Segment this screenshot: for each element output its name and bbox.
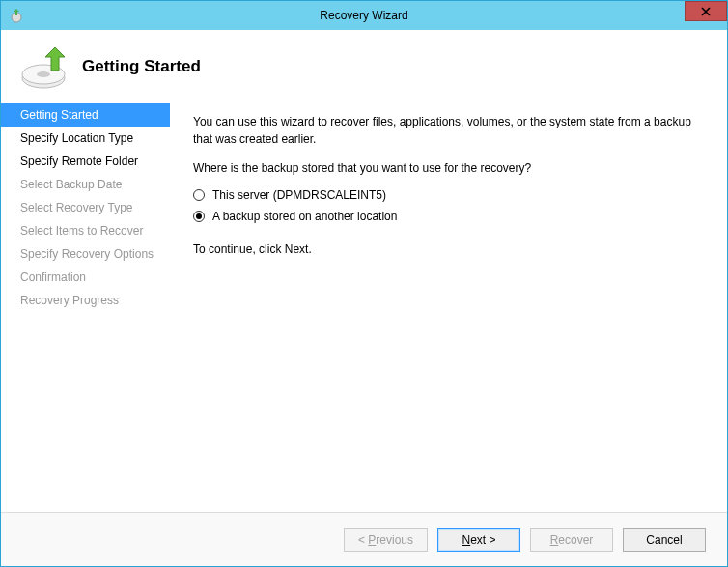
- continue-hint: To continue, click Next.: [193, 241, 704, 258]
- step-specify-location-type[interactable]: Specify Location Type: [1, 127, 170, 150]
- step-specify-remote-folder[interactable]: Specify Remote Folder: [1, 150, 170, 173]
- radio-label-this-server: This server (DPMDRSCALEINT5): [212, 188, 386, 202]
- step-recovery-progress: Recovery Progress: [1, 289, 170, 312]
- svg-point-3: [37, 71, 50, 77]
- step-specify-recovery-options: Specify Recovery Options: [1, 242, 170, 266]
- step-confirmation: Confirmation: [1, 266, 170, 289]
- question-text: Where is the backup stored that you want…: [193, 159, 704, 177]
- cancel-button-label: Cancel: [646, 533, 682, 547]
- step-select-recovery-type: Select Recovery Type: [1, 196, 170, 219]
- close-button[interactable]: [685, 1, 727, 21]
- wizard-header: Getting Started: [1, 30, 727, 103]
- recover-button-label: Recover: [550, 533, 594, 547]
- next-button[interactable]: Next >: [437, 528, 520, 552]
- radio-other-location[interactable]: A backup stored on another location: [193, 210, 704, 223]
- step-getting-started[interactable]: Getting Started: [1, 103, 170, 127]
- cancel-button[interactable]: Cancel: [623, 528, 706, 552]
- page-title: Getting Started: [82, 57, 201, 76]
- next-button-label: Next >: [462, 533, 495, 547]
- intro-text: You can use this wizard to recover files…: [193, 113, 704, 148]
- recovery-large-icon: [18, 42, 69, 92]
- recover-button: Recover: [530, 528, 613, 552]
- recovery-wizard-window: Recovery Wizard Getting Started Getting …: [0, 0, 728, 567]
- radio-this-server[interactable]: This server (DPMDRSCALEINT5): [193, 188, 704, 202]
- wizard-body: Getting Started Specify Location Type Sp…: [1, 103, 727, 512]
- previous-button: < Previous: [344, 528, 428, 552]
- wizard-steps-sidebar: Getting Started Specify Location Type Sp…: [1, 103, 170, 512]
- window-title: Recovery Wizard: [1, 9, 727, 22]
- step-select-backup-date: Select Backup Date: [1, 173, 170, 196]
- radio-icon: [193, 189, 205, 201]
- previous-button-label: < Previous: [358, 533, 413, 547]
- radio-label-other-location: A backup stored on another location: [212, 210, 397, 223]
- titlebar[interactable]: Recovery Wizard: [1, 1, 727, 30]
- radio-icon: [193, 211, 205, 222]
- wizard-content: You can use this wizard to recover files…: [170, 103, 727, 512]
- step-select-items-to-recover: Select Items to Recover: [1, 219, 170, 242]
- wizard-footer: < Previous Next > Recover Cancel: [1, 512, 727, 566]
